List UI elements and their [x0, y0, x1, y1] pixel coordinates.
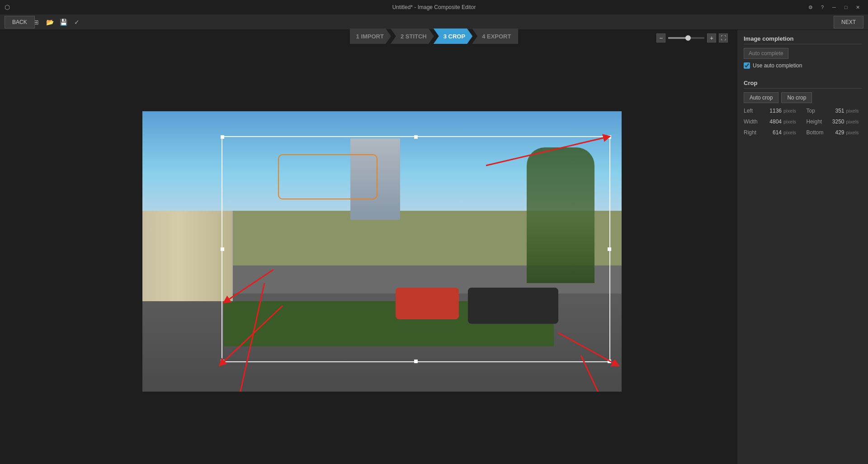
- building-center: [350, 138, 400, 220]
- step-crop[interactable]: 3 CROP: [434, 28, 472, 44]
- maximize-button[interactable]: □: [840, 3, 852, 12]
- settings-icon[interactable]: ⚙: [805, 3, 816, 12]
- step-export[interactable]: 4 EXPORT: [472, 28, 518, 44]
- image-completion-section: Image completion Auto complete Use auto …: [744, 35, 862, 73]
- open-button[interactable]: 📂: [44, 17, 55, 28]
- use-auto-completion-label: Use auto completion: [753, 62, 802, 69]
- left-label: Left: [744, 108, 762, 114]
- trees-right: [527, 147, 594, 283]
- bottom-value: 429: [826, 129, 844, 136]
- right-unit: pixels: [783, 130, 796, 135]
- dark-car: [468, 288, 558, 324]
- right-value: 614: [764, 129, 782, 136]
- crop-section-title: Crop: [744, 80, 862, 89]
- top-unit: pixels: [846, 108, 859, 114]
- crop-fields: Left 1136 pixels Top 351 pixels Width 48…: [744, 108, 862, 137]
- top-label: Top: [807, 108, 825, 114]
- right-label: Right: [744, 129, 762, 136]
- back-button[interactable]: BACK: [5, 16, 35, 28]
- publish-button[interactable]: ✓: [71, 17, 82, 28]
- height-field-row: Height 3250 pixels: [807, 118, 862, 125]
- main-content: − + ⛶: [0, 30, 868, 464]
- auto-complete-button[interactable]: Auto complete: [744, 48, 788, 59]
- stepnav: 1 IMPORT 2 STITCH 3 CROP 4 EXPORT: [350, 29, 519, 43]
- titlebar-title: Untitled* - Image Composite Editor: [392, 4, 476, 10]
- canvas-area: − + ⛶: [0, 30, 737, 464]
- panorama-image[interactable]: [142, 111, 622, 392]
- width-field-row: Width 4804 pixels: [744, 118, 799, 125]
- red-car: [396, 288, 459, 319]
- bottom-label: Bottom: [807, 129, 825, 136]
- height-label: Height: [807, 118, 825, 125]
- titlebar: ⬡ Untitled* - Image Composite Editor ⚙ ?…: [0, 0, 868, 14]
- image-completion-title: Image completion: [744, 35, 862, 44]
- step-import[interactable]: 1 IMPORT: [350, 28, 391, 44]
- zoom-slider[interactable]: [668, 37, 704, 39]
- height-unit: pixels: [846, 119, 859, 124]
- no-crop-button[interactable]: No crop: [781, 92, 812, 103]
- crop-section: Crop Auto crop No crop Left 1136 pixels …: [744, 80, 862, 137]
- zoom-bar: − + ⛶: [656, 33, 728, 43]
- right-panel: Image completion Auto complete Use auto …: [737, 30, 868, 464]
- next-button[interactable]: NEXT: [834, 16, 863, 28]
- use-auto-completion-row: Use auto completion: [744, 62, 862, 69]
- zoom-in-button[interactable]: +: [707, 33, 716, 43]
- bottom-unit: pixels: [846, 130, 859, 135]
- left-unit: pixels: [783, 108, 796, 114]
- use-auto-completion-checkbox[interactable]: [744, 62, 750, 69]
- bottom-field-row: Bottom 429 pixels: [807, 129, 862, 136]
- width-label: Width: [744, 118, 762, 125]
- app-icon: ⬡: [5, 4, 10, 11]
- titlebar-right: ⚙ ? ─ □ ✕: [805, 3, 863, 12]
- toolbar: ⬡ 📁 ⊞ 📂 💾 ✓ 1 IMPORT 2 STITCH 3 CROP 4 E…: [0, 14, 868, 30]
- help-icon[interactable]: ?: [816, 3, 828, 12]
- close-button[interactable]: ✕: [852, 3, 863, 12]
- left-field-row: Left 1136 pixels: [744, 108, 799, 114]
- top-value: 351: [826, 108, 844, 114]
- top-field-row: Top 351 pixels: [807, 108, 862, 114]
- width-unit: pixels: [783, 119, 796, 124]
- image-container: [36, 48, 728, 455]
- fullscreen-button[interactable]: ⛶: [719, 33, 728, 43]
- crop-btn-row: Auto crop No crop: [744, 92, 862, 103]
- height-value: 3250: [826, 118, 844, 125]
- left-value: 1136: [764, 108, 782, 114]
- minimize-button[interactable]: ─: [828, 3, 840, 12]
- save-button[interactable]: 💾: [58, 17, 69, 28]
- zoom-out-button[interactable]: −: [656, 33, 665, 43]
- titlebar-left: ⬡: [5, 4, 10, 11]
- width-value: 4804: [764, 118, 782, 125]
- right-field-row: Right 614 pixels: [744, 129, 799, 136]
- zoom-slider-thumb: [685, 35, 691, 41]
- auto-crop-button[interactable]: Auto crop: [744, 92, 778, 103]
- step-stitch[interactable]: 2 STITCH: [391, 28, 434, 44]
